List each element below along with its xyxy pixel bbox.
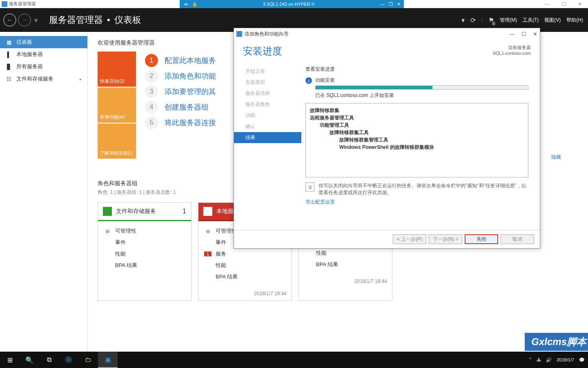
nav-dropdown-icon[interactable]: ▾ [34,16,38,24]
sidebar-item-dashboard[interactable]: ▦ 仪表板 [0,36,87,48]
menu-tools[interactable]: 工具(T) [523,17,539,24]
sidebar-item-label: 仪表板 [16,38,32,46]
menu-view[interactable]: 视图(V) [544,17,561,24]
card-timestamp: 2018/1/7 18:44 [299,274,392,288]
wizard-step-roles: 服务器角色 [234,99,301,110]
card-timestamp [98,275,191,283]
tile-quick-start[interactable]: 快速启动(Q) [98,52,137,88]
tile-learn-more[interactable]: 了解详细信息(L) [98,123,137,159]
export-config-link[interactable]: 导出配置设置 [305,199,335,206]
nav-forward-button[interactable]: → [18,13,31,27]
target-server-label: 目标服务器 [492,45,531,51]
local-server-icon: ▌ [6,51,12,58]
task-hint-icon: ▥ [305,182,314,191]
search-button[interactable]: 🔍 [20,352,39,368]
hide-link[interactable]: 隐藏 [551,154,561,161]
sidebar-item-label: 文件和存储服务 [16,75,53,83]
vm-minimize-icon[interactable]: — [380,2,385,7]
app-title: 服务器管理器 [9,1,36,7]
app-titlebar: 服务器管理器 ⇹ 🔒 3.SQL1-242 on HYPER-V — ❐ ✕ —… [0,0,588,8]
step-4-link[interactable]: 创建服务器组 [165,102,209,112]
step-3-link[interactable]: 添加要管理的其 [165,87,216,96]
task-view-button[interactable]: ⧉ [39,352,59,368]
sidebar-item-all-servers[interactable]: ▊ 所有服务器 [0,61,87,73]
chevron-right-icon: ▸ [80,77,82,81]
wizard-maximize-button[interactable]: ☐ [521,31,526,37]
all-servers-icon: ▊ [6,63,12,70]
nav-back-button[interactable]: ← [3,13,16,27]
wizard-step-confirm: 确认 [234,121,301,132]
step-1-badge: 1 [145,54,158,67]
step-1-link[interactable]: 配置此本地服务 [165,56,216,65]
step-2-link[interactable]: 添加角色和功能 [165,71,216,81]
notification-flag-icon[interactable]: ⚑1 [488,16,494,24]
tile-whats-new[interactable]: 新增功能(W) [98,88,137,123]
window-maximize-button[interactable]: ☐ [555,0,572,8]
step-5-link[interactable]: 将此服务器连接 [165,118,216,128]
refresh-icon[interactable]: ⟳ [470,16,476,24]
breadcrumb: 服务器管理器 • 仪表板 [49,14,141,26]
tray-notifications-icon[interactable]: 💬 [579,357,585,363]
wizard-next-button: 下一步(N) > [429,234,462,244]
server-manager-icon [2,1,7,7]
install-results-box: 故障转移群集 远程服务器管理工具 功能管理工具 故障转移群集工具 故障转移群集管… [305,103,528,177]
file-storage-card-icon [103,207,112,216]
view-progress-label: 查看安装进度 [305,66,528,73]
wizard-titlebar[interactable]: 添加角色和功能向导 — ☐ ✕ [234,28,540,40]
taskbar: ⊞ 🔍 ⧉ ⓔ 🗀 ▣ ˅ 🖧 🔊 2018/1/7 💬 [0,352,588,368]
vm-name: 3.SQL1-242 on HYPER-V [263,2,315,7]
taskbar-explorer-icon[interactable]: 🗀 [78,352,98,368]
wizard-step-list: 开始之前 安装类型 服务器选择 服务器角色 功能 确认 结果 [234,62,301,230]
install-status: 功能安装 [315,77,335,84]
card-title: 文件和存储服务 [116,208,178,215]
step-4-badge: 4 [145,101,158,114]
vm-connection-bar: ⇹ 🔒 3.SQL1-242 on HYPER-V — ❐ ✕ [180,0,404,8]
wizard-cancel-button: 取消 [501,234,534,244]
sidebar-item-label: 本地服务器 [16,51,43,58]
tray-volume-icon[interactable]: 🔊 [546,357,552,363]
window-close-button[interactable]: ✕ [572,0,588,8]
wizard-step-results: 结果 [234,132,301,143]
wizard-prev-button: < 上一步(P) [393,234,426,244]
dashboard-icon: ▦ [6,39,12,45]
tray-up-icon[interactable]: ˅ [529,357,532,363]
add-roles-wizard: 添加角色和功能向导 — ☐ ✕ 安装进度 目标服务器 SQL1.contoso.… [234,28,540,249]
local-server-card-icon [203,207,212,216]
target-server-name: SQL1.contoso.com [492,51,531,56]
window-minimize-button[interactable]: — [539,0,555,8]
header-dropdown-icon[interactable]: ▾ [461,16,465,24]
tray-network-icon[interactable]: 🖧 [537,357,541,362]
info-icon: i [305,77,312,84]
vm-close-icon[interactable]: ✕ [397,2,401,7]
breadcrumb-root[interactable]: 服务器管理器 [49,14,103,26]
wizard-step-before: 开始之前 [234,66,301,77]
vm-pin-icon[interactable]: ⇹ [183,1,189,7]
taskbar-server-manager-icon[interactable]: ▣ [98,352,118,368]
step-5-badge: 5 [145,116,158,129]
step-3-badge: 3 [145,85,158,98]
status-ok-icon: ⊕ [204,228,212,234]
vm-lock-icon[interactable]: 🔒 [192,1,198,7]
install-progress-bar [315,85,528,90]
wizard-step-server-select: 服务器选择 [234,88,301,99]
wizard-minimize-button[interactable]: — [510,31,515,37]
card-file-storage[interactable]: 文件和存储服务 1 ⊕可管理性 事件 性能 BPA 结果 [98,202,192,301]
menu-manage[interactable]: 管理(M) [500,17,517,24]
taskbar-ie-icon[interactable]: ⓔ [59,352,78,368]
sidebar: ▦ 仪表板 ▌ 本地服务器 ▊ 所有服务器 ☷ 文件和存储服务 ▸ [0,32,88,352]
wizard-close-action-button[interactable]: 关闭 [465,234,498,244]
wizard-icon [236,31,242,37]
sidebar-item-file-storage[interactable]: ☷ 文件和存储服务 ▸ [0,73,87,85]
tray-date[interactable]: 2018/1/7 [557,357,574,362]
start-button[interactable]: ⊞ [0,352,20,368]
breadcrumb-current: 仪表板 [114,14,141,26]
sidebar-item-local-server[interactable]: ▌ 本地服务器 [0,48,87,61]
alert-badge: 1 [204,251,212,256]
vm-restore-icon[interactable]: ❐ [389,2,393,7]
breadcrumb-separator-icon: • [107,15,110,25]
sidebar-item-label: 所有服务器 [16,63,43,70]
menu-help[interactable]: 帮助(H) [566,17,583,24]
status-ok-icon: ⊕ [104,228,111,234]
watermark: Gxlcms脚本 [525,333,588,351]
wizard-close-button[interactable]: ✕ [533,31,537,37]
